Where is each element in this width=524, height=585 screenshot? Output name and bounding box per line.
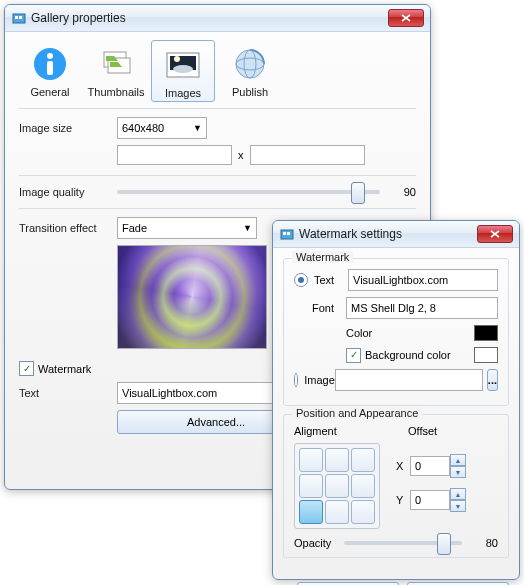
image-height-input[interactable] xyxy=(250,145,365,165)
offset-y-spinner[interactable]: ▲ ▼ xyxy=(410,488,466,512)
app-icon xyxy=(279,226,295,242)
svg-point-10 xyxy=(173,65,193,73)
offset-x-input[interactable] xyxy=(410,456,450,476)
align-middle-left[interactable] xyxy=(299,474,323,498)
align-middle-right[interactable] xyxy=(351,474,375,498)
offset-y-down[interactable]: ▼ xyxy=(450,500,466,512)
image-quality-value: 90 xyxy=(388,186,416,198)
dim-separator: x xyxy=(238,149,244,161)
text-radio-label: Text xyxy=(314,274,348,286)
color-swatch[interactable] xyxy=(474,325,498,341)
watermark-image-field[interactable] xyxy=(335,369,483,391)
image-size-value: 640x480 xyxy=(122,122,164,134)
chevron-down-icon: ▼ xyxy=(243,223,252,233)
bgcolor-checkbox[interactable] xyxy=(346,348,361,363)
divider xyxy=(19,208,416,209)
svg-rect-16 xyxy=(283,232,286,235)
images-icon xyxy=(163,45,203,85)
watermark-label: Watermark xyxy=(38,363,91,375)
publish-icon xyxy=(230,44,270,84)
slider-thumb[interactable] xyxy=(437,533,451,555)
slider-thumb[interactable] xyxy=(351,182,365,204)
tab-images[interactable]: Images xyxy=(151,40,215,102)
watermark-text-input[interactable] xyxy=(117,382,285,404)
tab-publish[interactable]: Publish xyxy=(219,40,281,102)
offset-label: Offset xyxy=(408,425,437,437)
watermark-settings-dialog: Watermark settings Watermark Text Font M… xyxy=(272,220,520,580)
image-radio[interactable] xyxy=(294,373,298,387)
bgcolor-label: Background color xyxy=(365,349,474,361)
position-group-title: Position and Appearance xyxy=(292,407,422,419)
tab-thumbnails[interactable]: Thumbnails xyxy=(85,40,147,102)
opacity-label: Opacity xyxy=(294,537,344,549)
watermark-text-label: Text xyxy=(19,387,117,399)
align-bottom-center[interactable] xyxy=(325,500,349,524)
font-label: Font xyxy=(312,302,346,314)
transition-label: Transition effect xyxy=(19,222,117,234)
tab-images-label: Images xyxy=(165,87,201,99)
watermark-title: Watermark settings xyxy=(299,227,477,241)
align-middle-center[interactable] xyxy=(325,474,349,498)
chevron-down-icon: ▼ xyxy=(193,123,202,133)
transition-select[interactable]: Fade ▼ xyxy=(117,217,257,239)
watermark-text-field[interactable] xyxy=(348,269,498,291)
transition-preview xyxy=(117,245,267,349)
tab-thumbnails-label: Thumbnails xyxy=(88,86,145,98)
align-bottom-right[interactable] xyxy=(351,500,375,524)
tab-strip: General Thumbnails Images Publish xyxy=(19,40,416,102)
font-select[interactable]: MS Shell Dlg 2, 8 xyxy=(346,297,498,319)
align-top-right[interactable] xyxy=(351,448,375,472)
divider xyxy=(19,175,416,176)
alignment-label: Aligment xyxy=(294,425,384,437)
offset-x-spinner[interactable]: ▲ ▼ xyxy=(410,454,466,478)
offset-y-label: Y xyxy=(396,494,410,506)
svg-rect-17 xyxy=(287,232,290,235)
text-radio[interactable] xyxy=(294,273,308,287)
image-quality-slider[interactable] xyxy=(117,190,380,194)
svg-rect-5 xyxy=(47,61,53,75)
align-top-center[interactable] xyxy=(325,448,349,472)
image-size-select[interactable]: 640x480 ▼ xyxy=(117,117,207,139)
gallery-title: Gallery properties xyxy=(31,11,388,25)
align-top-left[interactable] xyxy=(299,448,323,472)
watermark-group-title: Watermark xyxy=(292,251,353,263)
offset-x-down[interactable]: ▼ xyxy=(450,466,466,478)
watermark-group: Watermark Text Font MS Shell Dlg 2, 8 Co… xyxy=(283,258,509,406)
font-value: MS Shell Dlg 2, 8 xyxy=(351,302,436,314)
image-quality-label: Image quality xyxy=(19,186,117,198)
image-radio-label: Image xyxy=(304,374,335,386)
browse-button[interactable]: ... xyxy=(487,369,498,391)
align-bottom-left[interactable] xyxy=(299,500,323,524)
app-icon xyxy=(11,10,27,26)
tab-publish-label: Publish xyxy=(232,86,268,98)
gallery-titlebar[interactable]: Gallery properties xyxy=(5,5,430,32)
watermark-titlebar[interactable]: Watermark settings xyxy=(273,221,519,248)
advanced-button-label: Advanced... xyxy=(187,416,245,428)
tab-general[interactable]: General xyxy=(19,40,81,102)
color-label: Color xyxy=(346,327,474,339)
svg-point-11 xyxy=(174,56,180,62)
watermark-checkbox[interactable] xyxy=(19,361,34,376)
offset-y-input[interactable] xyxy=(410,490,450,510)
divider xyxy=(19,108,416,109)
svg-rect-1 xyxy=(15,16,18,19)
opacity-value: 80 xyxy=(470,537,498,549)
close-button[interactable] xyxy=(477,225,513,243)
offset-y-up[interactable]: ▲ xyxy=(450,488,466,500)
info-icon xyxy=(30,44,70,84)
image-size-label: Image size xyxy=(19,122,117,134)
tab-general-label: General xyxy=(30,86,69,98)
thumbnails-icon xyxy=(96,44,136,84)
opacity-slider[interactable] xyxy=(344,541,462,545)
svg-point-4 xyxy=(47,53,53,59)
browse-label: ... xyxy=(488,374,497,386)
alignment-grid xyxy=(294,443,380,529)
transition-value: Fade xyxy=(122,222,147,234)
bgcolor-swatch[interactable] xyxy=(474,347,498,363)
offset-x-label: X xyxy=(396,460,410,472)
position-group: Position and Appearance Aligment Offset xyxy=(283,414,509,558)
svg-rect-2 xyxy=(19,16,22,19)
offset-x-up[interactable]: ▲ xyxy=(450,454,466,466)
image-width-input[interactable] xyxy=(117,145,232,165)
close-button[interactable] xyxy=(388,9,424,27)
